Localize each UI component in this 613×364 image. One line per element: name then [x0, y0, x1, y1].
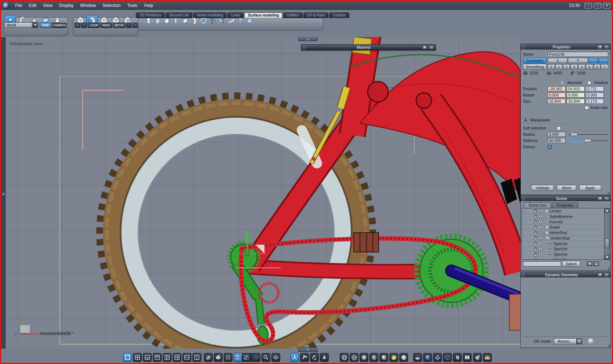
tree-row-speiche-3[interactable]: Speiche [522, 252, 609, 257]
scene-menu-button[interactable] [597, 196, 603, 201]
three-left-view-button[interactable] [163, 353, 172, 362]
lock-icon[interactable] [534, 241, 537, 245]
validate-button[interactable]: Validate [531, 185, 554, 191]
lock-icon[interactable] [534, 225, 537, 229]
symmetry-y-button[interactable]: Y [568, 58, 588, 63]
single-view-button[interactable] [123, 353, 132, 362]
tree-row-vorderrrad[interactable]: VorderrRad [522, 236, 609, 241]
tab-surface-modeling[interactable]: Surface modeling [244, 12, 282, 18]
scene-prev-button[interactable] [587, 262, 592, 266]
lock-icon[interactable] [534, 220, 537, 224]
camera-toggle[interactable]: CAMERA [52, 23, 66, 28]
mirror-mode-button[interactable] [453, 353, 462, 362]
tab-utilities[interactable]: Utilities [283, 12, 302, 18]
scene-tree-scrollbar[interactable] [604, 208, 609, 259]
visibility-eye-icon[interactable] [538, 209, 543, 212]
tree-row-sattelklemme[interactable]: Sattelklemme [522, 214, 609, 219]
visibility-eye-icon[interactable] [538, 220, 543, 223]
smoothing-level-3[interactable]: 3 [570, 64, 578, 69]
smoothing-level-0[interactable]: 0 [548, 64, 555, 69]
size-z-input[interactable]: 2.173 [586, 99, 604, 104]
scene-close-button[interactable]: × [604, 196, 609, 201]
properties-titlebar[interactable]: Properties × [521, 44, 610, 50]
drag-grip-icon[interactable] [303, 46, 305, 49]
dg-preview-sphere-icon[interactable] [588, 338, 594, 344]
viewport-canvas[interactable]: Y X Z mountainbike35 * [7, 37, 520, 349]
tree-row-lenker[interactable]: Lenker [522, 208, 609, 214]
visibility-eye-icon[interactable] [538, 215, 543, 218]
material-panel-bar[interactable]: Material × [301, 44, 436, 50]
material-close-button[interactable]: × [429, 45, 434, 50]
left-panel-collapse-strip[interactable] [1, 37, 6, 349]
bounding-box-button[interactable] [443, 353, 452, 362]
xyz-toggle[interactable]: XYZ [40, 23, 51, 28]
flat-shaded-button[interactable] [360, 353, 368, 362]
scroll-thumb[interactable] [605, 239, 609, 248]
scene-next-button[interactable] [594, 262, 599, 266]
visibility-eye-icon[interactable] [538, 236, 543, 240]
smoothing-level-1[interactable]: 1 [555, 64, 563, 69]
scroll-down-button[interactable] [605, 255, 609, 259]
drop-manipulator-button[interactable] [320, 353, 329, 362]
visibility-eye-icon[interactable] [538, 253, 543, 256]
dg-menu-button[interactable] [597, 273, 603, 277]
tree-row-hinterrad[interactable]: HinterRad [522, 230, 609, 236]
wire-globe-hidden-button[interactable] [350, 353, 358, 362]
position-z-input[interactable]: 0.711 [586, 86, 604, 91]
tab-scene-properties[interactable]: Properties [552, 203, 578, 208]
menu-view[interactable]: View [40, 1, 56, 10]
visibility-eye-icon[interactable] [538, 258, 543, 260]
multi-material-button[interactable] [433, 353, 442, 362]
drag-grip-icon[interactable] [522, 45, 524, 49]
grid-active-button[interactable] [234, 353, 242, 362]
expander-collapsed-icon[interactable] [546, 231, 548, 234]
top-panel-collapse-tab[interactable] [298, 37, 318, 41]
lock-icon[interactable] [534, 247, 537, 251]
render-sphere-button[interactable] [473, 353, 482, 362]
rotate-manipulator-button[interactable] [310, 353, 319, 362]
dg-mode-dropdown-arrow[interactable] [577, 338, 582, 344]
radius-slider[interactable] [568, 132, 608, 136]
quad-view-button[interactable] [133, 353, 142, 362]
smoothing-level-2[interactable]: 2 [563, 64, 570, 69]
scene-titlebar[interactable]: Scene × [521, 196, 610, 201]
scene-search-input[interactable] [523, 261, 561, 266]
three-right-view-button[interactable] [173, 353, 181, 362]
visibility-eye-icon[interactable] [538, 242, 543, 245]
tab-vertex-modeling[interactable]: Vertex modeling [193, 12, 227, 18]
examine-view-button[interactable] [271, 353, 280, 362]
minimize-button[interactable]: ─ [585, 3, 592, 8]
radius-slider-handle[interactable] [570, 133, 578, 136]
three-top-view-button[interactable] [143, 353, 152, 362]
fit-view-button[interactable] [242, 353, 250, 362]
smoothing-button[interactable]: Smoothing [523, 64, 547, 70]
tree-row-speiche-1[interactable]: Speiche [522, 241, 609, 247]
menu-display[interactable]: Display [56, 1, 77, 10]
menu-selection[interactable]: Selection [99, 1, 124, 10]
grid-axes-button[interactable] [224, 353, 232, 362]
zoom-region-button[interactable] [262, 353, 270, 362]
visibility-eye-icon[interactable] [538, 247, 543, 251]
lock-icon[interactable] [534, 209, 537, 213]
smoothing-level-7[interactable]: 7 [601, 64, 608, 69]
properties-menu-button[interactable] [597, 45, 603, 49]
camera-snapshot-button[interactable] [483, 353, 492, 362]
smoothing-level-4[interactable]: 4 [578, 64, 585, 69]
world-dropdown-arrow[interactable] [33, 22, 38, 28]
lock-icon[interactable] [534, 258, 537, 260]
keep-ratio-checkbox[interactable] [585, 106, 589, 110]
tab-scene-tree[interactable]: Scene tree [524, 203, 551, 208]
betw-button[interactable]: BETW [113, 23, 125, 28]
drag-grip-icon[interactable] [522, 197, 524, 200]
universal-manipulator-button[interactable] [290, 353, 299, 362]
select-button[interactable]: Select [562, 261, 580, 267]
two-rows-view-button[interactable] [183, 353, 191, 362]
center-view-button[interactable] [252, 353, 260, 362]
dg-titlebar[interactable]: Dynamic Geometry × [521, 272, 610, 277]
relative-radio[interactable] [587, 81, 591, 85]
softness-input[interactable]: 50.000 [548, 138, 566, 143]
material-expand-button[interactable] [422, 45, 428, 50]
tab-second-life[interactable]: Second Life [166, 12, 192, 18]
lock-icon[interactable] [534, 236, 537, 240]
rotate-x-input[interactable]: 0.000 [548, 92, 566, 98]
